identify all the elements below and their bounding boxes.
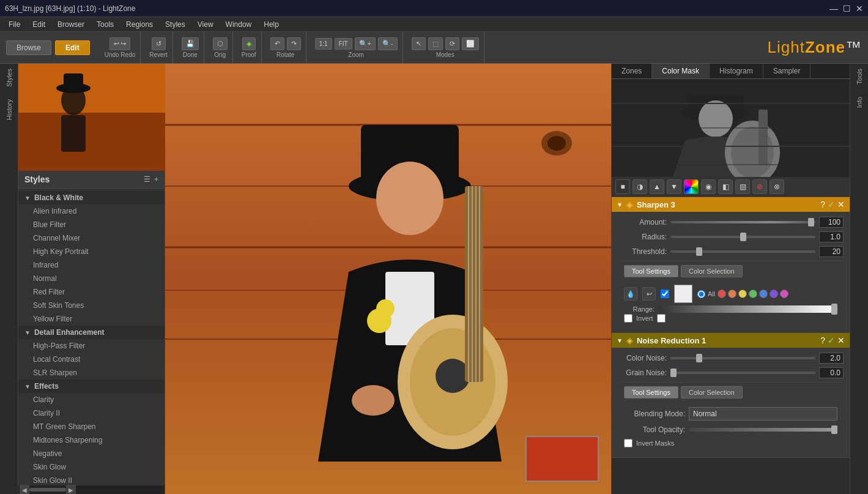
threshold-slider[interactable] [670, 250, 815, 253]
color-noise-value[interactable]: 2.0 [819, 353, 844, 364]
blending-mode-select[interactable]: Normal Multiply Screen Overlay Soft Ligh… [689, 407, 837, 421]
amount-slider-handle[interactable] [808, 218, 814, 226]
sharpen-color-selection-tab[interactable]: Color Selection [681, 265, 743, 277]
category-black-white[interactable]: ▼ Black & White [18, 191, 165, 204]
grain-noise-handle[interactable] [670, 369, 677, 377]
color-dot-green[interactable] [749, 290, 757, 298]
noise-panel-header[interactable]: ▼ ◈ Noise Reduction 1 ? ✓ ✕ [612, 333, 850, 348]
done-button[interactable]: 💾 [182, 37, 199, 50]
tool-icon-tri-down[interactable]: ▼ [667, 179, 681, 194]
style-skin-glow[interactable]: Skin Glow [18, 460, 165, 474]
menu-item-regions[interactable]: Regions [120, 19, 159, 30]
tool-icon-pattern[interactable]: ▨ [735, 179, 750, 194]
radius-value[interactable]: 1.0 [819, 231, 844, 242]
color-noise-handle[interactable] [696, 354, 702, 362]
invert-checkbox-2[interactable] [657, 314, 666, 323]
styles-add-icon[interactable]: + [154, 175, 158, 184]
color-dot-blue[interactable] [759, 290, 768, 298]
menu-item-tools[interactable]: Tools [91, 19, 120, 30]
tab-sampler[interactable]: Sampler [763, 64, 811, 78]
menu-item-browser[interactable]: Browser [51, 19, 91, 30]
style-clarity[interactable]: Clarity [18, 393, 165, 406]
style-channel-mixer[interactable]: Channel Mixer [18, 231, 165, 245]
scroll-right-btn[interactable]: ▶ [66, 485, 76, 494]
noise-tool-settings-tab[interactable]: Tool Settings [624, 386, 678, 399]
tab-histogram[interactable]: Histogram [710, 64, 763, 78]
select-mode-button[interactable]: ↖ [412, 37, 426, 50]
style-local-contrast[interactable]: Local Contrast [18, 353, 165, 366]
eyedropper-icon[interactable]: 💧 [624, 287, 637, 301]
color-dot-yellow[interactable] [738, 290, 747, 298]
tab-zones[interactable]: Zones [612, 64, 652, 78]
style-high-pass-filter[interactable]: High-Pass Filter [18, 339, 165, 353]
history-sidebar-label[interactable]: History [6, 99, 13, 120]
zoom-out-button[interactable]: 🔍- [378, 37, 398, 50]
color-swatch[interactable] [674, 285, 692, 303]
style-skin-glow-ii[interactable]: Skin Glow II [18, 474, 165, 485]
category-detail-enhancement[interactable]: ▼ Detail Enhancement [18, 326, 165, 339]
zoom-fit-button[interactable]: FIT [335, 38, 352, 50]
style-normal[interactable]: Normal [18, 272, 165, 285]
menu-item-edit[interactable]: Edit [26, 19, 51, 30]
amount-slider[interactable] [670, 221, 815, 223]
info-sidebar-label[interactable]: Info [856, 97, 863, 108]
style-blue-filter[interactable]: Blue Filter [18, 218, 165, 231]
noise-check-icon[interactable]: ✓ [828, 335, 835, 345]
radio-all[interactable] [697, 290, 705, 298]
crop-mode-button[interactable]: ⬚ [428, 37, 443, 50]
tool-icon-tri-up[interactable]: ▲ [650, 179, 664, 194]
tool-icon-rect[interactable]: ■ [615, 179, 630, 194]
sharpen-tool-settings-tab[interactable]: Tool Settings [624, 265, 678, 277]
style-midtones-sharpening[interactable]: Midtones Sharpening [18, 433, 165, 447]
noise-close-icon[interactable]: ✕ [837, 335, 845, 345]
menu-item-window[interactable]: Window [220, 19, 258, 30]
proof-button[interactable]: ◈ [242, 37, 256, 50]
threshold-value[interactable]: 20 [819, 246, 844, 257]
radius-slider-handle[interactable] [740, 233, 746, 241]
invert-checkbox[interactable] [624, 314, 632, 323]
tool-icon-circle-dot[interactable]: ◉ [701, 179, 716, 194]
scroll-left-btn[interactable]: ◀ [20, 485, 29, 494]
opacity-slider-handle[interactable] [831, 425, 837, 434]
tool-icon-cross[interactable]: ⊗ [770, 179, 784, 194]
grain-noise-value[interactable]: 0.0 [819, 367, 844, 378]
styles-list-icon[interactable]: ☰ [144, 175, 150, 184]
menu-item-help[interactable]: Help [258, 19, 285, 30]
sharpen-check-icon[interactable]: ✓ [828, 200, 835, 209]
browse-tab[interactable]: Browse [6, 40, 51, 55]
color-dot-purple[interactable] [770, 290, 778, 298]
noise-color-selection-tab[interactable]: Color Selection [681, 386, 743, 399]
color-noise-slider[interactable] [670, 357, 815, 359]
close-button[interactable]: ✕ [856, 4, 863, 13]
invert-masks-checkbox[interactable] [624, 439, 632, 447]
style-yellow-filter[interactable]: Yellow Filter [18, 312, 165, 326]
orig-button[interactable]: ⬡ [213, 37, 228, 50]
style-high-key-portrait[interactable]: High Key Portrait [18, 245, 165, 258]
category-effects[interactable]: ▼ Effects [18, 380, 165, 393]
range-slider[interactable] [658, 305, 837, 313]
styles-list[interactable]: ▼ Black & White Alien Infrared Blue Filt… [18, 189, 165, 485]
style-soft-skin-tones[interactable]: Soft Skin Tones [18, 299, 165, 312]
tool-icon-color-wheel[interactable] [684, 179, 699, 194]
menu-item-styles[interactable]: Styles [159, 19, 191, 30]
style-slr-sharpen[interactable]: SLR Sharpen [18, 366, 165, 380]
opacity-slider[interactable] [689, 428, 837, 432]
tools-sidebar-label[interactable]: Tools [856, 69, 863, 84]
zoom-in-button[interactable]: 🔍+ [355, 37, 376, 50]
rotate-left-button[interactable]: ↶ [270, 37, 284, 50]
color-dot-pink[interactable] [780, 290, 788, 298]
sharpen-close-icon[interactable]: ✕ [837, 200, 845, 209]
rotate-right-button[interactable]: ↷ [287, 37, 301, 50]
grain-noise-slider[interactable] [670, 372, 815, 374]
tab-color-mask[interactable]: Color Mask [652, 64, 710, 78]
threshold-slider-handle[interactable] [696, 247, 702, 256]
color-sel-checkbox[interactable] [661, 290, 669, 298]
rotate-mode-button[interactable]: ⟳ [445, 37, 459, 50]
color-dot-red[interactable] [718, 290, 726, 298]
style-clarity-ii[interactable]: Clarity II [18, 406, 165, 420]
eyedropper-minus-icon[interactable]: ↩ [642, 287, 656, 301]
styles-sidebar-label[interactable]: Styles [6, 69, 13, 87]
style-alien-infrared[interactable]: Alien Infrared [18, 204, 165, 218]
menu-item-view[interactable]: View [191, 19, 220, 30]
sharpen-help-icon[interactable]: ? [820, 200, 825, 209]
